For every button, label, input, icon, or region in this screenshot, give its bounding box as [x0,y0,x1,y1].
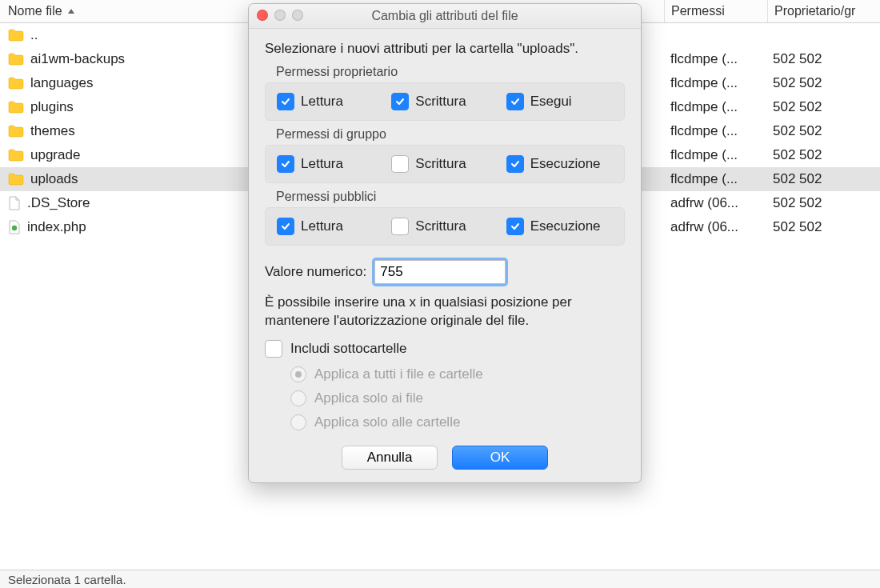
recurse-checkbox[interactable] [265,340,282,358]
dialog-body: Selezionare i nuovi attributi per la car… [249,29,641,482]
permission-checkbox[interactable] [506,93,524,110]
column-header-owner-label: Proprietario/gr [774,4,855,18]
permission-item: Scrittura [391,155,498,173]
file-name: .. [30,27,38,43]
permission-item: Scrittura [391,218,498,235]
numeric-hint: È possibile inserire una x in qualsiasi … [265,294,625,330]
status-bar: Selezionata 1 cartella. [0,570,880,588]
permission-checkbox[interactable] [277,218,294,235]
folder-icon [8,125,24,138]
file-permissions: adfrw (06... [664,219,766,235]
recurse-radio-item[interactable]: Applica solo alle cartelle [290,410,625,434]
permission-item: Scrittura [391,93,498,110]
file-owner: 502 502 [766,51,880,67]
permission-checkbox[interactable] [391,93,409,110]
sort-ascending-icon [67,8,75,14]
folder-icon [8,53,24,66]
permissions-group: LetturaScritturaEsecuzione [265,207,625,246]
permission-label: Lettura [301,218,343,234]
folder-icon [8,101,24,114]
status-text: Selezionata 1 cartella. [8,573,126,586]
radio-label: Applica solo alle cartelle [314,414,460,430]
radio-icon [290,390,306,406]
zoom-icon[interactable] [292,10,303,21]
permission-checkbox[interactable] [391,218,409,235]
permission-checkbox[interactable] [506,155,524,173]
file-permissions: adfrw (06... [664,195,766,211]
recurse-row: Includi sottocartelle [265,340,625,358]
numeric-value-label: Valore numerico: [265,264,366,280]
file-permissions: flcdmpe (... [664,123,766,139]
file-icon [8,220,21,234]
permission-label: Esecuzione [530,156,601,172]
permission-item: Lettura [277,93,383,110]
permissions-group-label: Permessi di gruppo [276,127,625,142]
file-owner: 502 502 [766,99,880,115]
ok-button[interactable]: OK [452,446,548,470]
column-header-perm-label: Permessi [671,4,725,18]
radio-label: Applica a tutti i file e cartelle [314,366,483,382]
file-attributes-dialog: Cambia gli attributi del file Selezionar… [248,3,642,483]
permission-label: Lettura [301,94,343,110]
minimize-icon[interactable] [274,10,286,21]
cancel-button[interactable]: Annulla [342,446,438,470]
permission-label: Lettura [301,156,343,172]
file-owner: 502 502 [766,147,880,163]
file-name: index.php [27,219,86,235]
permission-item: Esegui [506,93,613,110]
file-owner: 502 502 [766,171,880,187]
file-owner: 502 502 [766,195,880,211]
column-header-owner[interactable]: Proprietario/gr [768,0,880,22]
file-name: uploads [30,171,78,187]
dialog-titlebar[interactable]: Cambia gli attributi del file [249,4,641,29]
dialog-title: Cambia gli attributi del file [371,9,518,23]
radio-label: Applica solo ai file [314,390,423,406]
permission-checkbox[interactable] [391,155,409,173]
recurse-radio-item[interactable]: Applica solo ai file [290,386,625,410]
numeric-value-input[interactable] [374,260,506,284]
recurse-radio-group: Applica a tutti i file e cartelleApplica… [290,362,625,434]
permission-checkbox[interactable] [277,155,294,173]
permission-checkbox[interactable] [506,218,524,235]
folder-icon [8,173,24,186]
folder-icon [8,29,24,42]
permission-label: Esegui [530,94,572,110]
permissions-group: LetturaScritturaEsecuzione [265,145,625,183]
file-permissions: flcdmpe (... [664,51,766,67]
dialog-intro: Selezionare i nuovi attributi per la car… [265,40,625,58]
folder-icon [8,149,24,162]
folder-icon [8,77,24,90]
file-permissions: flcdmpe (... [664,75,766,91]
dialog-buttons: Annulla OK [265,446,625,470]
permission-item: Lettura [277,155,383,173]
file-name: themes [30,123,75,139]
radio-icon [290,414,306,430]
file-owner: 502 502 [766,219,880,235]
permissions-group-label: Permessi proprietario [276,65,625,79]
permission-label: Scrittura [415,94,466,110]
numeric-value-row: Valore numerico: [265,260,625,284]
permission-item: Esecuzione [506,218,613,235]
column-header-name-label: Nome file [8,4,62,18]
radio-icon [290,366,306,382]
window-controls [257,10,303,21]
permission-item: Esecuzione [506,155,613,173]
recurse-radio-item[interactable]: Applica a tutti i file e cartelle [290,362,625,386]
permissions-group: LetturaScritturaEsegui [265,82,625,121]
file-permissions: flcdmpe (... [664,99,766,115]
file-owner: 502 502 [766,123,880,139]
file-permissions: flcdmpe (... [664,171,766,187]
file-name: plugins [30,99,74,115]
permission-label: Esecuzione [530,218,601,234]
close-icon[interactable] [257,10,268,21]
recurse-label: Includi sottocartelle [290,341,407,357]
file-icon [8,196,21,210]
permissions-group-label: Permessi pubblici [276,190,625,204]
permission-item: Lettura [277,218,383,235]
svg-point-0 [12,226,17,230]
column-header-permissions[interactable]: Permessi [665,0,768,22]
file-name: languages [30,75,93,91]
permission-label: Scrittura [415,218,466,234]
permission-checkbox[interactable] [277,93,294,110]
file-owner: 502 502 [766,75,880,91]
